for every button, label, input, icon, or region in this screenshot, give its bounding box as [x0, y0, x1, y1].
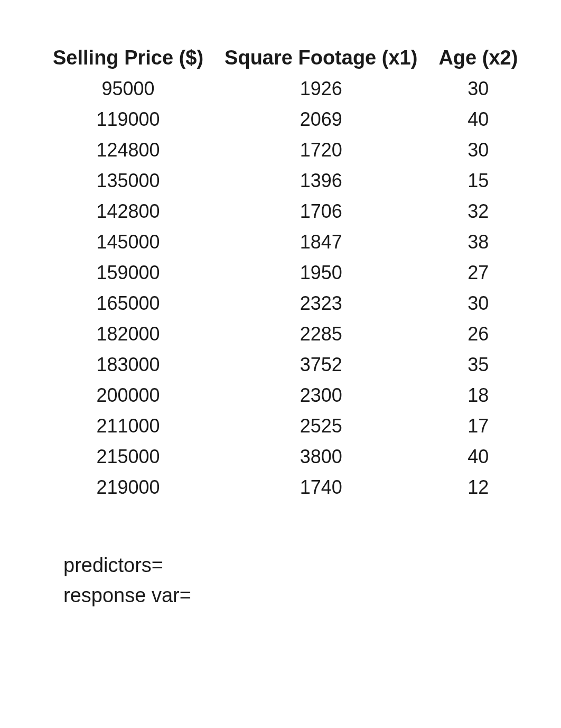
notes-section: predictors= response var= — [42, 550, 519, 611]
response-var-label: response var= — [63, 580, 519, 611]
cell-age: 30 — [428, 73, 528, 104]
cell-square-footage: 1950 — [214, 257, 428, 288]
cell-selling-price: 211000 — [42, 411, 214, 441]
cell-age: 18 — [428, 380, 528, 411]
cell-age: 12 — [428, 472, 528, 503]
cell-square-footage: 1720 — [214, 135, 428, 165]
table-row: 145000 1847 38 — [42, 227, 528, 257]
cell-selling-price: 200000 — [42, 380, 214, 411]
cell-square-footage: 3752 — [214, 349, 428, 380]
cell-square-footage: 1706 — [214, 196, 428, 227]
table-row: 211000 2525 17 — [42, 411, 528, 441]
column-header-selling-price: Selling Price ($) — [42, 42, 214, 73]
cell-selling-price: 135000 — [42, 165, 214, 196]
table-row: 182000 2285 26 — [42, 319, 528, 349]
cell-selling-price: 183000 — [42, 349, 214, 380]
cell-square-footage: 2285 — [214, 319, 428, 349]
cell-selling-price: 182000 — [42, 319, 214, 349]
table-row: 95000 1926 30 — [42, 73, 528, 104]
cell-selling-price: 145000 — [42, 227, 214, 257]
table-row: 165000 2323 30 — [42, 288, 528, 319]
cell-square-footage: 2300 — [214, 380, 428, 411]
cell-age: 40 — [428, 441, 528, 472]
table-row: 124800 1720 30 — [42, 135, 528, 165]
cell-square-footage: 1396 — [214, 165, 428, 196]
cell-age: 35 — [428, 349, 528, 380]
cell-square-footage: 1847 — [214, 227, 428, 257]
cell-age: 38 — [428, 227, 528, 257]
cell-age: 27 — [428, 257, 528, 288]
cell-square-footage: 1740 — [214, 472, 428, 503]
cell-square-footage: 3800 — [214, 441, 428, 472]
column-header-square-footage: Square Footage (x1) — [214, 42, 428, 73]
table-row: 142800 1706 32 — [42, 196, 528, 227]
table-body: 95000 1926 30 119000 2069 40 124800 1720… — [42, 73, 528, 503]
cell-age: 32 — [428, 196, 528, 227]
cell-age: 26 — [428, 319, 528, 349]
column-header-age: Age (x2) — [428, 42, 528, 73]
cell-square-footage: 2323 — [214, 288, 428, 319]
data-table: Selling Price ($) Square Footage (x1) Ag… — [42, 42, 528, 503]
cell-square-footage: 2525 — [214, 411, 428, 441]
cell-selling-price: 165000 — [42, 288, 214, 319]
table-row: 219000 1740 12 — [42, 472, 528, 503]
cell-selling-price: 119000 — [42, 104, 214, 135]
table-row: 215000 3800 40 — [42, 441, 528, 472]
predictors-label: predictors= — [63, 550, 519, 580]
cell-age: 30 — [428, 288, 528, 319]
table-row: 183000 3752 35 — [42, 349, 528, 380]
table-row: 119000 2069 40 — [42, 104, 528, 135]
cell-selling-price: 215000 — [42, 441, 214, 472]
table-row: 200000 2300 18 — [42, 380, 528, 411]
cell-selling-price: 159000 — [42, 257, 214, 288]
cell-age: 30 — [428, 135, 528, 165]
cell-square-footage: 2069 — [214, 104, 428, 135]
table-row: 135000 1396 15 — [42, 165, 528, 196]
table-row: 159000 1950 27 — [42, 257, 528, 288]
cell-selling-price: 124800 — [42, 135, 214, 165]
cell-selling-price: 95000 — [42, 73, 214, 104]
cell-age: 15 — [428, 165, 528, 196]
cell-selling-price: 219000 — [42, 472, 214, 503]
cell-square-footage: 1926 — [214, 73, 428, 104]
table-header-row: Selling Price ($) Square Footage (x1) Ag… — [42, 42, 528, 73]
cell-selling-price: 142800 — [42, 196, 214, 227]
cell-age: 17 — [428, 411, 528, 441]
cell-age: 40 — [428, 104, 528, 135]
